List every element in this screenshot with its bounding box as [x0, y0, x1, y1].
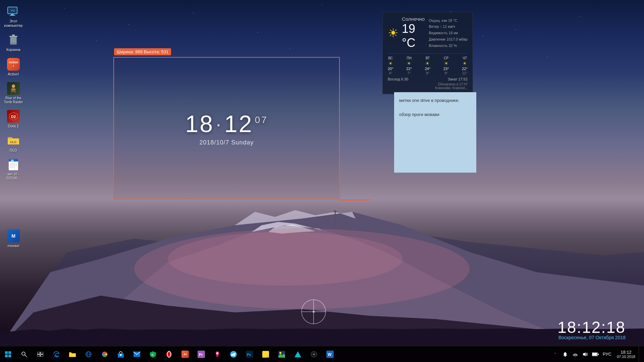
svg-point-73 [314, 354, 315, 355]
svg-rect-41 [5, 355, 8, 357]
taskbar-app-explorer[interactable] [64, 346, 80, 362]
clock-date: 2018/10/7 Sunday [199, 139, 254, 146]
bottom-clock-widget: 18:12:18 Воскресенье, 07 Октября 2018 [557, 318, 626, 340]
svg-rect-31 [10, 163, 17, 164]
tray-notifications[interactable] [560, 346, 570, 362]
weather-sunrise-info: Восход 6:30 Закат 17:52 [388, 77, 468, 81]
svg-rect-11 [333, 211, 337, 212]
svg-text:PC: PC [11, 9, 15, 12]
weather-day-чт: ЧТ ☀ 22° 11° [462, 56, 468, 75]
svg-text:W: W [328, 352, 332, 357]
clock-hours: 18 [185, 111, 214, 137]
svg-point-63 [216, 352, 218, 354]
taskbar-app-wallpaper[interactable] [274, 346, 290, 362]
svg-point-77 [575, 356, 576, 357]
svg-rect-42 [8, 355, 11, 357]
taskbar-app-edge[interactable] [48, 346, 64, 362]
clock-separator-1: · [216, 112, 223, 135]
taskbar-app-imgburn[interactable] [306, 346, 322, 362]
weather-day-вс: ВС ☀ 20° 4° [388, 56, 393, 75]
svg-point-43 [22, 352, 25, 355]
svg-text:Pr: Pr [199, 353, 203, 357]
clock-seconds: 07 [255, 115, 268, 125]
svg-rect-49 [69, 353, 76, 357]
desktop-icons: PC Этот компьютер Корзина Action! Action… [0, 0, 27, 253]
svg-point-59 [166, 351, 172, 357]
taskbar-clock[interactable]: 18:12 07.10.2018 [614, 346, 638, 362]
clock-time: 18 · 12 07 [185, 111, 268, 137]
svg-rect-21 [13, 38, 14, 43]
taskbar-app-premiere[interactable]: Pr [193, 346, 209, 362]
bottom-clock-time: 18:12:18 [557, 318, 626, 337]
selection-red-line [340, 199, 370, 200]
desktop-icon-old[interactable]: OLD OLD [1, 132, 25, 154]
notes-line2: обзор проги мовави [399, 111, 471, 118]
tray-battery-icon[interactable] [591, 346, 600, 362]
taskbar-search-button[interactable] [16, 346, 32, 362]
svg-rect-76 [565, 356, 566, 357]
desktop-icon-word-doc[interactable]: W win 10 - 020180... [1, 157, 25, 182]
svg-rect-20 [11, 38, 12, 43]
tray-network[interactable] [571, 346, 580, 362]
taskbar-app-mail[interactable] [129, 346, 145, 362]
svg-rect-80 [598, 354, 599, 355]
svg-rect-56 [120, 354, 122, 356]
svg-rect-40 [8, 351, 11, 354]
tray-volume[interactable] [581, 346, 590, 362]
desktop-icon-action[interactable]: Action! Action! [1, 56, 25, 78]
taskbar-app-opera[interactable] [161, 346, 177, 362]
desktop-icon-dota2[interactable]: D2 Dota 2 [1, 108, 25, 130]
desktop-icon-this-pc[interactable]: PC Этот компьютер [1, 3, 25, 29]
svg-rect-22 [15, 38, 15, 43]
weather-sun-icon: ☀ [388, 27, 398, 39]
svg-rect-19 [12, 35, 15, 36]
svg-line-44 [25, 355, 27, 357]
show-desktop-button[interactable] [639, 346, 641, 362]
weather-day-ср: СР ☀ 23° 9° [443, 56, 449, 75]
tray-chevron[interactable]: ⌃ [550, 346, 560, 362]
svg-rect-45 [37, 352, 40, 354]
svg-rect-18 [9, 36, 17, 37]
svg-rect-34 [10, 167, 15, 168]
svg-text:Ps: Ps [247, 353, 251, 357]
language-indicator[interactable]: РУС [601, 346, 613, 362]
taskbar: K A! Pr Ps W ⌃ [0, 346, 644, 362]
taskbar-app-unknown1[interactable] [290, 346, 306, 362]
taskbar-app-word2[interactable]: W [322, 346, 338, 362]
svg-text:OLD: OLD [10, 140, 16, 144]
svg-rect-33 [10, 166, 17, 166]
svg-point-69 [279, 352, 281, 354]
weather-condition: Солнечно [402, 16, 425, 22]
weather-details-right: Ощущ. как 19 °C Ветер ↑ 11 км/ч Видимост… [429, 17, 468, 49]
svg-rect-81 [592, 353, 597, 356]
taskbar-app-chrome[interactable] [97, 346, 113, 362]
svg-rect-13 [11, 14, 14, 15]
weather-day-пн: ПН ☀ 22° 7° [406, 56, 412, 75]
taskbar-app-ie[interactable] [80, 346, 97, 362]
desktop-icon-trash[interactable]: Корзина [1, 32, 25, 53]
svg-text:W: W [11, 159, 14, 163]
taskbar-app-sticky-notes[interactable] [258, 346, 274, 362]
bottom-clock-date: Воскресенье, 07 Октября 2018 [557, 335, 626, 340]
taskbar-task-view-button[interactable] [32, 346, 48, 362]
weather-updated: Обновлено в 17:47 [388, 82, 468, 86]
taskbar-app-kaspersky[interactable]: K [145, 346, 161, 362]
notes-widget[interactable]: метки one drive в проводнике. обзор прог… [394, 92, 476, 173]
weather-week-forecast: ВС ☀ 20° 4° ПН ☀ 22° 7° ВТ ☀ 24° 8° СР ☀… [388, 53, 468, 75]
taskbar-app-photoshop[interactable]: Ps [241, 346, 258, 362]
taskbar-app-store[interactable] [113, 346, 129, 362]
svg-marker-7 [0, 328, 644, 346]
desktop-icon-rise-tomb-raider[interactable]: Rise of theTomb Raider [1, 80, 25, 106]
start-button[interactable] [0, 346, 16, 362]
taskbar-app-action[interactable]: A! [177, 346, 193, 362]
weather-widget: ☀ Солнечно 19 °C Ощущ. как 19 °C Ветер ↑… [382, 12, 473, 94]
taskbar-app-telegram[interactable] [225, 346, 241, 362]
svg-text:K: K [152, 353, 154, 356]
taskbar-app-maps[interactable] [209, 346, 225, 362]
svg-rect-47 [37, 355, 40, 357]
svg-marker-70 [294, 351, 301, 357]
svg-text:D2: D2 [11, 115, 16, 119]
desktop-icon-movavi[interactable]: M movavi [1, 228, 25, 249]
svg-marker-78 [583, 352, 586, 356]
svg-point-9 [168, 232, 402, 286]
